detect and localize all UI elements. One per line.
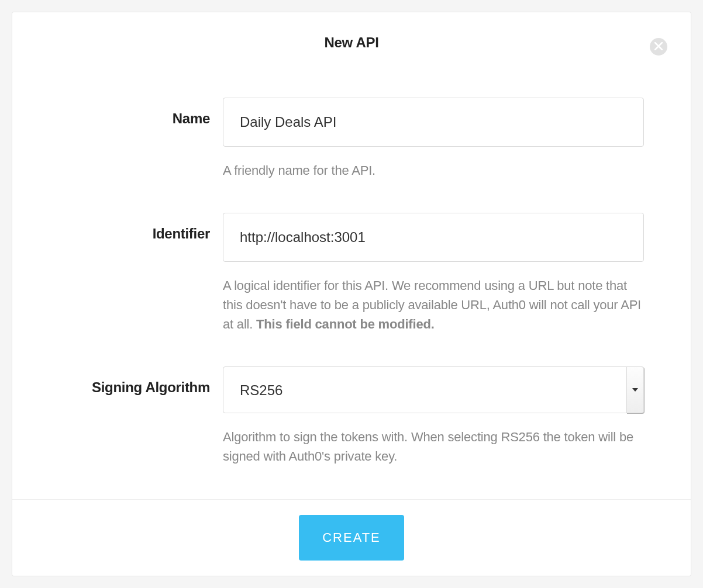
close-icon (654, 42, 663, 52)
form-row-identifier: Identifier A logical identifier for this… (59, 213, 644, 334)
name-input[interactable] (223, 98, 644, 147)
name-help-text: A friendly name for the API. (223, 161, 644, 180)
modal-footer: CREATE (12, 499, 691, 576)
close-button[interactable] (650, 38, 667, 56)
identifier-label: Identifier (153, 226, 210, 241)
signing-algorithm-help-text: Algorithm to sign the tokens with. When … (223, 427, 644, 466)
create-button[interactable]: CREATE (299, 515, 404, 561)
identifier-help-text: A logical identifier for this API. We re… (223, 276, 644, 334)
modal-header: New API (12, 12, 691, 63)
new-api-modal: New API Name A friendly name for the API… (12, 12, 691, 576)
signing-algorithm-select[interactable]: RS256 (223, 366, 644, 413)
form-row-signing-algorithm: Signing Algorithm RS256 Algorithm to sig… (59, 366, 644, 466)
modal-title: New API (36, 34, 667, 51)
identifier-input[interactable] (223, 213, 644, 262)
name-label: Name (173, 110, 210, 126)
form-row-name: Name A friendly name for the API. (59, 98, 644, 180)
signing-algorithm-label: Signing Algorithm (92, 379, 210, 395)
signing-algorithm-select-wrapper: RS256 (223, 366, 644, 413)
modal-body: Name A friendly name for the API. Identi… (12, 63, 691, 499)
